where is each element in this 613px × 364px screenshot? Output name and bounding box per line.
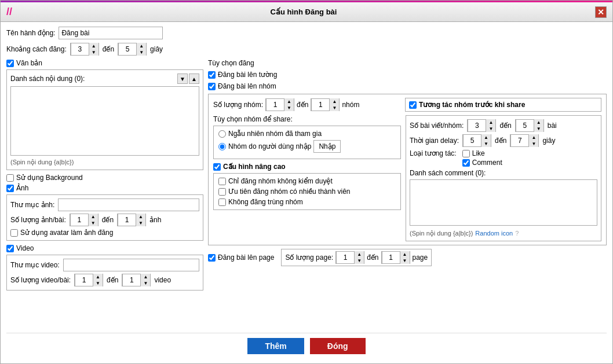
- avatar-checkbox[interactable]: [10, 229, 18, 237]
- dang-page-row: Đăng bài lên page Số lượng page: ▲ ▼ đến: [208, 249, 607, 266]
- so-bai-viet-to-down[interactable]: ▼: [534, 126, 543, 132]
- cau-hinh-nang-cao-label: Cấu hình nâng cao: [223, 163, 286, 171]
- dong-button[interactable]: Đóng: [310, 338, 366, 354]
- tuy-chon-nhom-title: Tùy chọn nhóm để share:: [213, 115, 401, 123]
- uu-tien-checkbox[interactable]: [218, 188, 226, 196]
- video-label: Video: [16, 244, 34, 252]
- van-ban-label: Văn bản: [16, 59, 42, 67]
- khong-dang-trung-checkbox[interactable]: [218, 198, 226, 206]
- den5-label: đến: [499, 122, 511, 130]
- den3-label: đến: [107, 276, 118, 284]
- anh-checkbox[interactable]: [6, 185, 14, 192]
- khoang-cach-from-down[interactable]: ▼: [89, 49, 98, 56]
- khoang-cach-from-input[interactable]: [71, 43, 89, 56]
- right-panel: Tùy chọn đăng Đăng bài lên tường Đăng bà…: [208, 59, 607, 327]
- thoi-gian-to-input[interactable]: [510, 134, 529, 147]
- so-luong-nhom-from-down[interactable]: ▼: [284, 105, 294, 111]
- so-luong-page-from-down[interactable]: ▼: [355, 258, 364, 264]
- nhom-nguoi-dung-label: Nhóm do người dùng nhập: [228, 142, 311, 150]
- khoang-cach-to-up[interactable]: ▲: [137, 43, 146, 49]
- so-luong-page-to-input[interactable]: [382, 251, 400, 264]
- so-luong-page-to-down[interactable]: ▼: [400, 258, 410, 264]
- dang-nhom-checkbox[interactable]: [208, 83, 216, 90]
- thu-muc-video-row: Thư mục video:: [10, 259, 199, 271]
- scroll-up-btn[interactable]: ▲: [189, 73, 199, 84]
- so-bai-viet-from-input[interactable]: [468, 119, 486, 132]
- so-bai-viet-from-down[interactable]: ▼: [486, 126, 495, 132]
- dang-tuong-checkbox[interactable]: [208, 71, 216, 79]
- so-luong-anh-from-up[interactable]: ▲: [89, 214, 98, 220]
- so-luong-page-from-input[interactable]: [336, 251, 355, 264]
- so-luong-video-from-spinner: ▲ ▼: [74, 274, 103, 286]
- cau-hinh-nang-cao-group: Cấu hình nâng cao Chỉ đăng nhóm không ki…: [213, 163, 401, 210]
- so-luong-anh-from-down[interactable]: ▼: [89, 220, 98, 226]
- tuy-chon-nhom-box: Ngẫu nhiên nhóm đã tham gia Nhóm do ngườ…: [213, 126, 401, 159]
- thoi-gian-to-down[interactable]: ▼: [529, 141, 538, 147]
- van-ban-checkbox[interactable]: [6, 60, 14, 67]
- them-button[interactable]: Thêm: [247, 338, 304, 354]
- so-luong-anh-from-input[interactable]: [70, 214, 89, 226]
- anh-unit-label: ảnh: [149, 216, 161, 224]
- so-luong-page-to-up[interactable]: ▲: [400, 251, 410, 258]
- so-luong-anh-to-input[interactable]: [118, 214, 136, 226]
- so-luong-video-to-down[interactable]: ▼: [141, 280, 150, 286]
- so-luong-video-from-down[interactable]: ▼: [93, 280, 103, 286]
- tuong-tac-checkbox[interactable]: [409, 101, 417, 109]
- so-luong-nhom-from-input[interactable]: [266, 98, 284, 111]
- thu-muc-anh-row: Thư mục ảnh:: [10, 198, 199, 211]
- nhom-nguoi-dung-radio[interactable]: [218, 143, 226, 150]
- khoang-cach-to-down[interactable]: ▼: [137, 49, 146, 56]
- thoi-gian-from-up[interactable]: ▲: [481, 134, 491, 141]
- so-bai-viet-row: Số bài viết/nhóm: ▲ ▼ đến: [410, 119, 597, 132]
- so-luong-nhom-to-down[interactable]: ▼: [330, 105, 339, 111]
- so-luong-nhom-to-up[interactable]: ▲: [330, 98, 339, 105]
- close-button[interactable]: ✕: [595, 6, 607, 18]
- comment-row: Comment: [462, 159, 502, 167]
- loai-tuong-tac-options: Like Comment: [462, 149, 502, 167]
- so-bai-viet-to-input[interactable]: [516, 119, 534, 132]
- so-bai-viet-to-up[interactable]: ▲: [534, 119, 543, 126]
- nhap-button[interactable]: Nhập: [313, 140, 341, 153]
- so-bai-viet-to-spinner: ▲ ▼: [515, 119, 544, 132]
- content-textarea[interactable]: [10, 86, 199, 156]
- danh-sach-label: Danh sách nội dung (0):: [10, 75, 85, 83]
- comment-checkbox[interactable]: [462, 159, 470, 167]
- question-mark: ?: [515, 230, 519, 237]
- thu-muc-video-input[interactable]: [63, 259, 199, 271]
- thoi-gian-delay-row: Thời gian delay: ▲ ▼ đến: [410, 134, 597, 147]
- khoang-cach-to-input[interactable]: [118, 43, 137, 56]
- so-luong-page-label: Số lượng page:: [285, 253, 333, 262]
- thu-muc-anh-input[interactable]: [58, 198, 199, 211]
- so-luong-video-from-up[interactable]: ▲: [93, 274, 103, 280]
- den6-label: đến: [495, 137, 506, 145]
- chi-dang-nhom-checkbox[interactable]: [218, 178, 226, 185]
- so-luong-nhom-to-input[interactable]: [311, 98, 330, 111]
- cau-hinh-nang-cao-checkbox[interactable]: [213, 163, 221, 171]
- dang-nhom-label: Đăng bài lên nhóm: [218, 82, 276, 90]
- tuy-chon-title: Tùy chọn đăng: [208, 59, 607, 67]
- so-luong-video-to-input[interactable]: [122, 274, 141, 286]
- so-luong-page-from-up[interactable]: ▲: [355, 251, 364, 258]
- so-luong-nhom-from-up[interactable]: ▲: [284, 98, 294, 105]
- so-bai-viet-from-up[interactable]: ▲: [486, 119, 495, 126]
- dang-page-checkbox[interactable]: [208, 254, 216, 262]
- comment-textarea[interactable]: [410, 179, 597, 226]
- like-checkbox[interactable]: [462, 150, 470, 157]
- khoang-cach-label: Khoảng cách đăng:: [6, 45, 67, 53]
- so-luong-video-to-up[interactable]: ▲: [141, 274, 150, 280]
- so-luong-anh-to-up[interactable]: ▲: [136, 214, 145, 220]
- video-checkbox-row: Video: [6, 244, 203, 252]
- thoi-gian-from-input[interactable]: [463, 134, 481, 147]
- background-checkbox[interactable]: [6, 174, 14, 182]
- dang-page-label: Đăng bài lên page: [218, 253, 274, 262]
- thoi-gian-from-down[interactable]: ▼: [481, 141, 491, 147]
- ten-hanh-dong-input[interactable]: [59, 27, 163, 39]
- ngau-nhien-radio[interactable]: [218, 130, 226, 138]
- so-luong-video-from-input[interactable]: [75, 274, 93, 286]
- random-icon-link[interactable]: Random icon: [475, 230, 513, 237]
- video-checkbox[interactable]: [6, 245, 14, 252]
- khoang-cach-from-up[interactable]: ▲: [89, 43, 98, 49]
- scroll-down-btn[interactable]: ▼: [177, 73, 188, 84]
- so-luong-anh-to-down[interactable]: ▼: [136, 220, 145, 226]
- thoi-gian-to-up[interactable]: ▲: [529, 134, 538, 141]
